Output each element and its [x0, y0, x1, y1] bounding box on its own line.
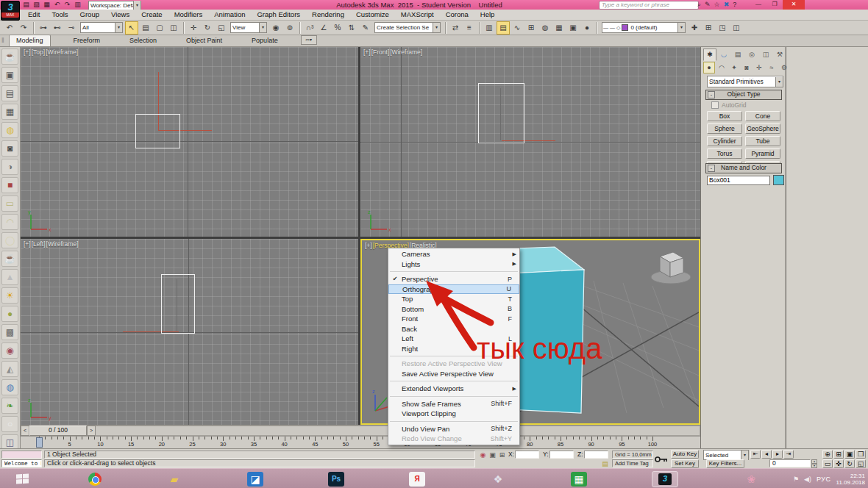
camera-icon[interactable]: ◙ [1, 140, 18, 157]
add-selection-to-layer-icon[interactable]: ⊞ [702, 21, 715, 35]
select-object-icon[interactable]: ↖ [125, 21, 138, 35]
y-coordinate-field[interactable] [549, 451, 574, 459]
ribbon-tab[interactable]: Modeling [9, 35, 51, 46]
shapes-icon[interactable]: ◠ [716, 62, 728, 73]
selection-lock-toggle-icon[interactable]: ▣ [488, 451, 497, 459]
menu-bar-item[interactable]: Corona [440, 10, 474, 20]
panel-column-divider[interactable] [785, 47, 787, 448]
ribbon-tab[interactable]: Freeform [67, 35, 107, 46]
maximize-viewport-toggle-icon[interactable]: ◱ [855, 459, 866, 468]
use-pivot-point-center-icon[interactable]: ◉ [269, 21, 282, 35]
viewport-top[interactable]: [+][Top][Wireframe] yx [21, 47, 358, 237]
select-by-name-icon[interactable]: ▤ [139, 21, 152, 35]
hierarchy-tab-icon[interactable]: ▤ [731, 49, 744, 61]
object-type-rollout-header[interactable]: - Object Type [705, 90, 782, 100]
undo-icon[interactable]: ↶ [3, 21, 16, 35]
new-file-icon[interactable]: ▤ [22, 1, 30, 9]
object-color-swatch[interactable] [773, 175, 784, 185]
snaps-toggle-icon[interactable]: ∩³ [303, 21, 316, 35]
menu-item-bottom[interactable]: ✔ Bottom B ▶ [388, 304, 519, 315]
menu-bar-item[interactable]: Customize [350, 10, 395, 20]
viewport-shading-label[interactable]: [Wireframe] [46, 49, 78, 56]
menu-item-redo-view-change[interactable]: ✔ Redo View Change Shift+Y ▶ [388, 434, 519, 444]
zoom-extents-all-icon[interactable]: ❒ [855, 450, 866, 459]
viewport-pov-label[interactable]: [Front] [371, 49, 390, 56]
autogrid-checkbox[interactable] [711, 101, 719, 109]
ribbon-tab[interactable]: Selection [123, 35, 163, 46]
help-icon[interactable]: ? [733, 1, 736, 8]
exchange-apps-icon[interactable]: ✖ [724, 1, 730, 8]
tray-volume-icon[interactable]: ◀) [804, 476, 811, 483]
olive-sphere-icon[interactable]: ● [1, 306, 18, 322]
menu-item-front[interactable]: ✔ Front F ▶ [388, 314, 519, 324]
lights-icon[interactable]: ✦ [728, 62, 740, 73]
render-setup-icon[interactable]: ▦ [552, 21, 566, 35]
menu-bar-item[interactable]: Graph Editors [251, 10, 306, 20]
menu-item-perspective[interactable]: ✔ Perspective P ▶ [388, 274, 519, 284]
go-to-end-button[interactable]: ⇥ [783, 450, 794, 459]
light-bulb-icon[interactable]: ◍ [1, 122, 18, 138]
collapse-icon[interactable]: - [708, 91, 715, 98]
menu-bar-item[interactable]: MAXScript [395, 10, 440, 20]
taskbar-explorer-icon[interactable]: ▰ [166, 472, 182, 487]
tray-flag-icon[interactable]: ⚑ [793, 476, 799, 483]
angle-snap-toggle-icon[interactable]: ∠ [317, 21, 330, 35]
image-frame-icon[interactable]: ▣ [1, 67, 18, 83]
menu-bar-item[interactable]: Tools [46, 10, 74, 20]
time-slider[interactable]: 0 / 100 [29, 426, 87, 436]
video-clip-icon[interactable]: ■ [1, 177, 18, 193]
helpers-icon[interactable]: ✛ [753, 62, 765, 73]
menu-item-back[interactable]: ✔ Back ▶ [388, 324, 519, 334]
render-production-icon[interactable]: ● [580, 21, 594, 35]
play-button[interactable]: ▸ [772, 450, 783, 459]
menu-item-save-active-view[interactable]: ✔ Save Active Perspective View ▶ [388, 369, 519, 379]
menu-item-cameras[interactable]: ✔ Cameras ▶ [388, 249, 519, 259]
zoom-icon[interactable]: ⊕ [822, 450, 833, 459]
primitive-button[interactable]: Tube [745, 136, 780, 146]
taskbar-calculator-icon[interactable]: ▦ [571, 472, 587, 487]
viewport-menu-plus[interactable]: [+] [365, 242, 372, 249]
box-wireframe[interactable] [135, 114, 180, 148]
z-coordinate-field[interactable] [584, 451, 608, 459]
box-wireframe[interactable] [161, 274, 195, 334]
menu-bar-item[interactable]: Animation [208, 10, 251, 20]
select-and-manipulate-icon[interactable]: ⊚ [283, 21, 296, 35]
named-selection-sets-dropdown[interactable]: Create Selection Se ▾ [374, 22, 441, 33]
set-current-layer-icon[interactable]: ◫ [730, 21, 743, 35]
align-icon[interactable]: ≡ [463, 21, 476, 35]
key-filters-button[interactable]: Key Filters... [706, 459, 744, 468]
auto-key-button[interactable]: Auto Key [671, 450, 699, 459]
half-sphere-icon[interactable]: ◑ [1, 159, 18, 175]
open-file-icon[interactable]: ▧ [32, 1, 40, 9]
teapot-outline-icon[interactable]: ☕ [1, 251, 18, 267]
create-new-layer-icon[interactable]: ✚ [688, 21, 701, 35]
menu-item-restore-active-view[interactable]: ✔ Restore Active Perspective View ▶ [388, 359, 519, 369]
redo-icon[interactable]: ↷ [17, 21, 30, 35]
search-icon[interactable]: ⌕ [697, 1, 701, 9]
menu-item-show-safe-frames[interactable]: ✔ Show Safe Frames Shift+F ▶ [388, 399, 519, 409]
previous-frame-button[interactable]: < [21, 426, 29, 436]
unlink-selection-icon[interactable]: ⊷ [51, 21, 64, 35]
search-input[interactable]: Type a keyword or phrase [599, 1, 699, 10]
viewport-front[interactable]: [+][Front][Wireframe] zx [360, 47, 700, 237]
geometry-icon[interactable]: ● [703, 62, 715, 73]
rounded-box-icon[interactable]: ▭ [1, 195, 18, 212]
ribbon-tab[interactable]: Object Paint [179, 35, 229, 46]
taskbar-yandex-icon[interactable]: Я [409, 472, 425, 487]
restore-button[interactable]: ❐ [766, 0, 783, 10]
previous-frame-button[interactable]: ◂ [761, 450, 772, 459]
menu-item-extended-viewports[interactable]: ✔ Extended Viewports ▶ [388, 384, 519, 394]
schematic-view-icon[interactable]: ⊞ [524, 21, 538, 35]
ribbon-tab[interactable]: Populate [245, 35, 285, 46]
primitive-button[interactable]: Box [707, 111, 742, 121]
globe-icon[interactable]: ◍ [1, 379, 18, 395]
x-coordinate-field[interactable] [515, 451, 539, 459]
mirror-icon[interactable]: ⇄ [449, 21, 462, 35]
spheres-icon[interactable]: ◉ [1, 342, 18, 359]
modify-tab-icon[interactable]: ◡ [717, 49, 730, 61]
taskbar-photos-icon[interactable]: ◪ [247, 472, 263, 487]
curve-editor-icon[interactable]: ∿ [511, 21, 524, 35]
dome-icon[interactable]: ◠ [1, 214, 18, 230]
menu-bar-item[interactable]: Views [105, 10, 135, 20]
layer-dropdown[interactable]: ——◇ 0 (default) ▾ [602, 22, 686, 33]
